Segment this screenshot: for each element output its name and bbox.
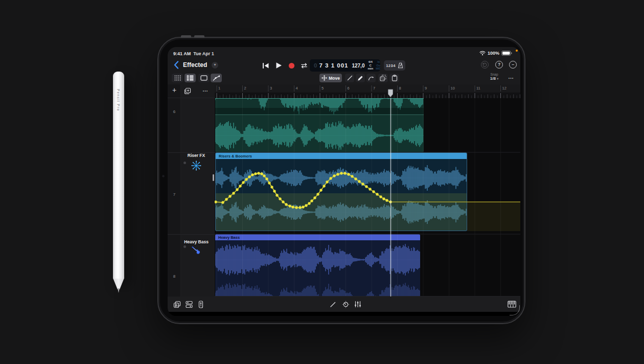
pencil-edit-icon[interactable] — [328, 300, 337, 309]
region-track6-audio[interactable] — [215, 98, 424, 152]
lcd-display[interactable]: 0 7 3 1 001 127,0 4/4C min In OutMIDI — [310, 59, 380, 72]
snap-chevron-icon: ▾ — [497, 77, 498, 80]
pencil-tool-icon[interactable] — [356, 74, 365, 82]
region-header[interactable]: Risers & Boomers — [216, 153, 467, 159]
hide-control-bar-icon[interactable]: – — [509, 61, 517, 69]
region-inspector-icon[interactable] — [198, 74, 210, 82]
lane-separator-line — [215, 115, 424, 115]
track-name: Riser FX — [181, 153, 212, 158]
track-number: 7 — [168, 192, 181, 197]
browser-grid-icon[interactable] — [172, 74, 183, 82]
snap-control[interactable]: Snap 1/8 ▾ — [486, 73, 503, 81]
ipad-pro: 9:41 AMTue Apr 1 100% — [157, 37, 525, 324]
transport-controls — [262, 60, 308, 71]
paste-icon[interactable] — [389, 74, 399, 82]
track-lanes: Risers & Boomers Heavy Bass — [215, 98, 520, 297]
ruler-bar-number: 9 — [425, 86, 427, 90]
automation-fill-area — [467, 202, 520, 231]
view-toolbar: Move — [168, 73, 520, 84]
bass-guitar-icon — [190, 244, 202, 257]
track-number: 6 — [168, 109, 181, 114]
channel-strips-icon[interactable] — [185, 300, 194, 309]
toolbar-more-icon[interactable]: … — [508, 74, 514, 80]
metronome-icon[interactable] — [398, 62, 403, 69]
wifi-icon — [479, 51, 486, 56]
control-bar: 9:41 AMTue Apr 1 100% — [168, 47, 520, 84]
move-tool-button[interactable]: Move — [319, 74, 342, 82]
count-in-button[interactable]: 1234 — [386, 63, 396, 68]
record-button[interactable] — [287, 61, 295, 70]
project-menu-chevron[interactable]: ▾ — [212, 62, 218, 69]
playhead-handle[interactable] — [387, 89, 394, 98]
automation-tint-overlay — [216, 193, 467, 231]
track-header-column: + … 6 Riser FX 7 Heavy Ba — [168, 84, 215, 297]
logic-pro-screen: 9:41 AMTue Apr 1 100% — [168, 47, 520, 316]
region-label: Heavy Bass — [218, 235, 240, 240]
lcd-position: 7 3 1 001 — [319, 62, 348, 69]
status-time: 9:41 AM — [173, 51, 191, 56]
lcd-tempo: 127,0 — [352, 63, 364, 69]
battery-percent: 100% — [488, 51, 499, 56]
rewind-button[interactable] — [262, 61, 270, 70]
region-risers-boomers[interactable]: Risers & Boomers — [215, 152, 467, 231]
loop-library-icon[interactable] — [172, 300, 181, 309]
copy-icon[interactable] — [378, 74, 388, 82]
undo-icon[interactable] — [481, 61, 489, 69]
mixer-sliders-icon[interactable] — [353, 300, 362, 309]
track-state-dot — [183, 162, 186, 164]
track-number-column — [168, 84, 181, 297]
region-header[interactable]: Heavy Bass — [215, 234, 420, 240]
ruler-bar-number: 4 — [296, 86, 298, 90]
move-tool-label: Move — [329, 76, 340, 81]
tracks-view-icon[interactable] — [185, 74, 196, 82]
line-tool-icon[interactable] — [345, 74, 354, 82]
knob-icon[interactable] — [341, 300, 350, 309]
lcd-ghost-digits: 0 — [314, 62, 317, 69]
project-title: Effected — [183, 61, 207, 69]
snap-label: Snap — [486, 73, 503, 76]
curve-tool-icon[interactable] — [366, 74, 376, 82]
lcd-midi-indicator: In OutMIDI — [376, 60, 380, 71]
riser-fx-starburst-icon — [191, 160, 202, 171]
tracks-area: 123456789101112 Risers & Boomers — [215, 84, 520, 297]
ruler-ticks — [215, 84, 520, 98]
duplicate-track-icon[interactable] — [184, 87, 191, 95]
track-select-handle[interactable] — [213, 174, 214, 181]
back-chevron-icon[interactable] — [174, 61, 180, 69]
add-track-button[interactable]: + — [172, 86, 176, 94]
apple-pencil-pro: Pencil Pro — [113, 72, 124, 294]
battery-icon — [501, 51, 512, 56]
play-button[interactable] — [274, 61, 283, 70]
volume-up-button — [181, 35, 191, 38]
lane-separator — [215, 108, 424, 114]
marketing-scene: Pencil Pro 9:41 AMTue Apr 1 100% — [0, 0, 644, 364]
ruler-bar-number: 1 — [218, 86, 220, 90]
pencil-label: Pencil Pro — [117, 89, 120, 111]
ruler-bar-number: 8 — [399, 86, 401, 90]
bar-ruler[interactable]: 123456789101112 — [215, 84, 520, 98]
help-icon[interactable]: ? — [495, 61, 503, 69]
track-number: 8 — [168, 274, 181, 279]
cycle-button[interactable] — [300, 61, 308, 70]
title-bar: Effected ▾ — [168, 58, 520, 73]
status-date: Tue Apr 1 — [193, 51, 214, 56]
status-time-date: 9:41 AMTue Apr 1 — [173, 51, 214, 56]
fader-icon[interactable] — [196, 300, 205, 309]
status-bar: 9:41 AMTue Apr 1 100% — [168, 47, 520, 58]
track-header-more-icon[interactable]: … — [202, 86, 209, 93]
volume-down-button — [194, 35, 204, 38]
track-name: Heavy Bass — [181, 239, 212, 244]
bottom-toolbar — [168, 297, 520, 312]
region-label: Risers & Boomers — [219, 154, 252, 158]
ruler-bar-number: 6 — [348, 86, 350, 90]
privacy-indicator-dot — [516, 50, 518, 52]
count-in-metronome-pill[interactable]: 1234 — [384, 60, 405, 71]
ruler-bar-number: 7 — [373, 86, 375, 90]
track-state-dot — [183, 245, 186, 248]
track-header-tools: + … — [168, 84, 215, 98]
lcd-time-sig-key: 4/4C min — [367, 60, 373, 71]
region-heavy-bass[interactable]: Heavy Bass — [215, 234, 420, 297]
automation-view-icon[interactable] — [211, 74, 222, 82]
playhead-line[interactable] — [390, 98, 391, 297]
ruler-bar-number: 12 — [502, 86, 507, 90]
